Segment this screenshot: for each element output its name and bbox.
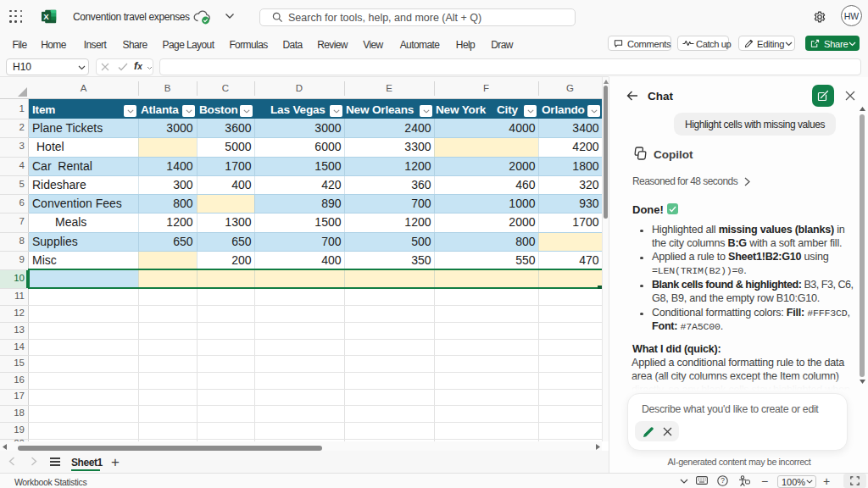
svg-text:?: ? <box>721 476 725 485</box>
svg-text:X: X <box>43 12 49 21</box>
